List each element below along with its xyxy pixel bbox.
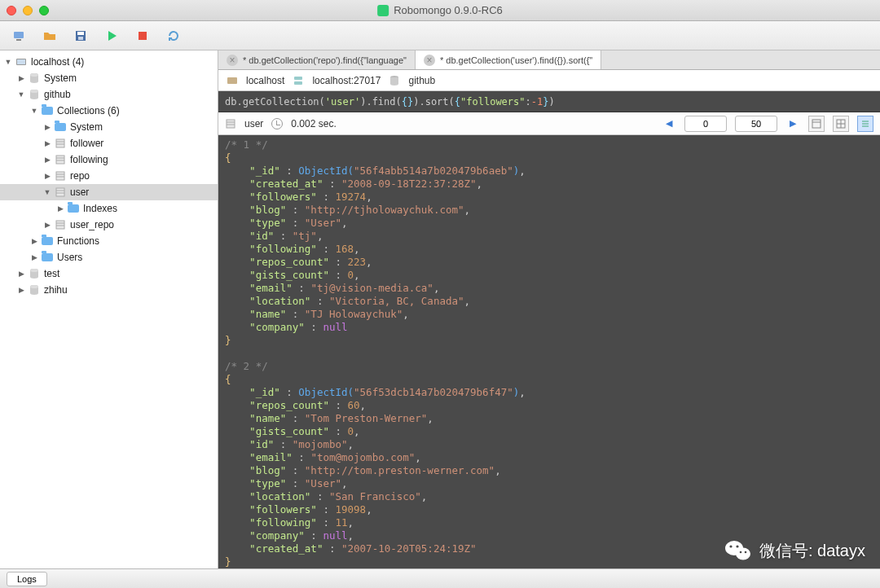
folder-icon bbox=[54, 121, 67, 133]
tab-user-query[interactable]: × * db.getCollection('user').find({}).so… bbox=[416, 50, 601, 69]
chevron-down-icon[interactable]: ▼ bbox=[16, 90, 26, 99]
chevron-right-icon[interactable]: ▶ bbox=[55, 204, 65, 213]
tree-host[interactable]: ▼ localhost (4) bbox=[0, 54, 218, 70]
logs-button[interactable]: Logs bbox=[7, 572, 47, 586]
chevron-right-icon[interactable]: ▶ bbox=[29, 253, 39, 261]
tree-collection-user[interactable]: ▼ user bbox=[0, 184, 218, 200]
play-icon bbox=[105, 29, 118, 42]
query-text: : bbox=[526, 96, 531, 108]
view-text-button[interactable] bbox=[857, 116, 873, 132]
clock-icon bbox=[271, 118, 283, 129]
tree-db-system[interactable]: ▶ System bbox=[0, 70, 218, 86]
chevron-down-icon[interactable]: ▼ bbox=[3, 58, 13, 66]
close-window-button[interactable] bbox=[7, 6, 16, 15]
tab-repo-query[interactable]: × * db.getCollection('repo').find({"lang… bbox=[218, 50, 416, 69]
chevron-down-icon[interactable]: ▼ bbox=[29, 107, 39, 115]
tree-collection-follower[interactable]: ▶ follower bbox=[0, 135, 218, 151]
tree-collection-repo[interactable]: ▶ repo bbox=[0, 168, 218, 184]
folder-icon bbox=[41, 105, 54, 116]
tree-collection-user-repo[interactable]: ▶ user_repo bbox=[0, 217, 218, 233]
page-next-button[interactable]: ▶ bbox=[785, 116, 800, 131]
main-toolbar bbox=[0, 21, 880, 50]
result-toolbar: user 0.002 sec. ◀ ▶ bbox=[218, 112, 880, 135]
svg-rect-1 bbox=[16, 39, 21, 41]
query-text: ).sort( bbox=[413, 96, 455, 108]
svg-rect-24 bbox=[56, 221, 64, 229]
tree-db-zhihu[interactable]: ▶ zhihu bbox=[0, 282, 218, 298]
chevron-right-icon[interactable]: ▶ bbox=[29, 237, 39, 245]
svg-rect-15 bbox=[56, 156, 64, 164]
svg-rect-5 bbox=[139, 32, 147, 40]
chevron-right-icon[interactable]: ▶ bbox=[42, 139, 52, 147]
run-button[interactable] bbox=[103, 27, 121, 45]
stop-button[interactable] bbox=[134, 27, 152, 45]
connect-button[interactable] bbox=[10, 27, 28, 45]
database-icon bbox=[28, 284, 41, 296]
stop-icon bbox=[136, 29, 149, 42]
folder-icon bbox=[41, 252, 54, 263]
svg-rect-4 bbox=[78, 37, 83, 40]
view-tree-button[interactable] bbox=[808, 116, 825, 132]
svg-point-9 bbox=[30, 73, 38, 77]
chevron-right-icon[interactable]: ▶ bbox=[16, 74, 26, 82]
tree-indexes[interactable]: ▶ Indexes bbox=[0, 200, 218, 217]
tree-label: Indexes bbox=[83, 203, 117, 214]
result-text-view[interactable]: /* 1 */ { "_id" : ObjectId("56f4abb514a7… bbox=[218, 135, 880, 568]
connection-tree[interactable]: ▼ localhost (4) ▶ System ▼ github ▼ Coll… bbox=[0, 50, 218, 568]
tree-label: user_repo bbox=[70, 219, 114, 230]
tree-db-test[interactable]: ▶ test bbox=[0, 265, 218, 282]
collection-icon bbox=[54, 219, 67, 230]
minimize-window-button[interactable] bbox=[23, 6, 33, 15]
chevron-right-icon[interactable]: ▶ bbox=[42, 123, 52, 131]
chevron-down-icon[interactable]: ▼ bbox=[42, 188, 52, 196]
query-text: { bbox=[455, 96, 460, 108]
tree-label: follower bbox=[70, 138, 103, 149]
chevron-right-icon[interactable]: ▶ bbox=[16, 286, 26, 294]
limit-input[interactable] bbox=[735, 116, 777, 132]
collection-icon bbox=[225, 118, 236, 129]
query-input[interactable]: db.getCollection('user').find({}).sort({… bbox=[218, 91, 880, 112]
tree-collection-system[interactable]: ▶ System bbox=[0, 119, 218, 135]
tree-db-github[interactable]: ▼ github bbox=[0, 86, 218, 103]
chevron-right-icon[interactable]: ▶ bbox=[16, 270, 26, 278]
query-text: "followers" bbox=[460, 96, 525, 108]
skip-input[interactable] bbox=[684, 116, 727, 132]
close-icon[interactable]: × bbox=[424, 55, 435, 66]
tree-label: following bbox=[70, 154, 108, 165]
tree-label: user bbox=[70, 186, 89, 198]
tree-label: github bbox=[44, 89, 71, 100]
rotate-button[interactable] bbox=[165, 27, 183, 45]
query-text: {} bbox=[402, 96, 413, 108]
breadcrumb-db[interactable]: github bbox=[408, 75, 435, 86]
chevron-right-icon[interactable]: ▶ bbox=[42, 221, 52, 229]
folder-open-icon bbox=[43, 29, 56, 42]
collection-icon bbox=[54, 186, 67, 198]
zoom-window-button[interactable] bbox=[39, 6, 49, 15]
breadcrumb-host[interactable]: localhost bbox=[246, 75, 284, 86]
tree-label: zhihu bbox=[44, 284, 68, 296]
chevron-right-icon[interactable]: ▶ bbox=[42, 172, 52, 180]
chevron-right-icon[interactable]: ▶ bbox=[42, 156, 52, 164]
page-prev-button[interactable]: ◀ bbox=[662, 116, 676, 131]
titlebar: Robomongo 0.9.0-RC6 bbox=[0, 0, 880, 21]
tree-label: System bbox=[70, 121, 103, 133]
folder-icon bbox=[41, 235, 54, 247]
svg-rect-38 bbox=[812, 120, 821, 128]
tree-label: test bbox=[44, 268, 59, 279]
tree-functions[interactable]: ▶ Functions bbox=[0, 233, 218, 249]
tree-users[interactable]: ▶ Users bbox=[0, 249, 218, 265]
tree-label: Collections (6) bbox=[57, 105, 120, 116]
open-button[interactable] bbox=[41, 27, 59, 45]
close-icon[interactable]: × bbox=[227, 55, 238, 66]
svg-rect-31 bbox=[227, 77, 237, 84]
query-text: ).find( bbox=[360, 96, 402, 108]
tree-collection-following[interactable]: ▶ following bbox=[0, 151, 218, 168]
tree-collections[interactable]: ▼ Collections (6) bbox=[0, 103, 218, 119]
database-icon bbox=[28, 72, 41, 84]
editor-tabs: × * db.getCollection('repo').find({"lang… bbox=[218, 50, 880, 70]
save-button[interactable] bbox=[72, 27, 90, 45]
view-table-button[interactable] bbox=[833, 116, 849, 132]
breadcrumb-server[interactable]: localhost:27017 bbox=[312, 75, 381, 86]
statusbar: Logs bbox=[0, 568, 880, 588]
svg-rect-18 bbox=[56, 172, 64, 180]
